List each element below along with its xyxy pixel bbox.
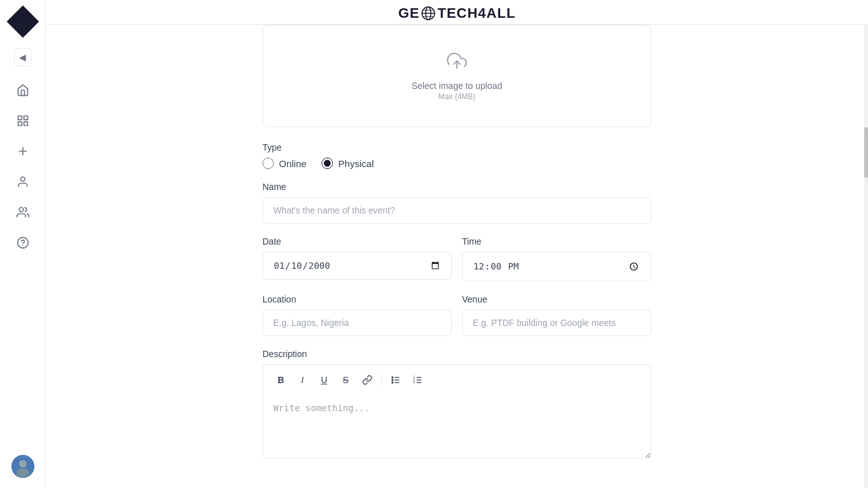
- description-label: Description: [262, 349, 651, 359]
- svg-point-23: [392, 379, 393, 381]
- location-venue-row: Location Venue: [262, 294, 651, 336]
- name-section: Name: [262, 182, 651, 224]
- radio-option-online[interactable]: Online: [262, 158, 306, 169]
- toolbar-divider: [381, 374, 382, 386]
- sidebar-nav: [9, 76, 37, 450]
- sidebar-item-profile[interactable]: [9, 168, 37, 196]
- type-radio-group: Online Physical: [262, 158, 651, 169]
- svg-point-7: [19, 208, 24, 212]
- svg-rect-3: [18, 122, 22, 126]
- image-upload-area[interactable]: Select image to upload Max (4MB): [262, 25, 651, 127]
- brand-name-end: TECH4ALL: [437, 5, 515, 22]
- bold-button[interactable]: B: [271, 370, 291, 390]
- strikethrough-button[interactable]: S: [336, 370, 356, 390]
- type-label: Type: [262, 142, 651, 152]
- svg-rect-0: [18, 116, 22, 120]
- avatar[interactable]: [11, 455, 34, 478]
- name-label: Name: [262, 182, 651, 192]
- brand-logo: GE TECH4ALL: [398, 5, 516, 22]
- radio-physical[interactable]: [322, 158, 333, 169]
- description-section: Description B I U S: [262, 349, 651, 461]
- main-content: GE TECH4ALL Select image to upload: [46, 0, 868, 488]
- event-form: Select image to upload Max (4MB) Type On…: [247, 25, 667, 488]
- time-col: Time: [462, 236, 651, 281]
- radio-online-label: Online: [279, 158, 306, 169]
- bullet-list-button[interactable]: [386, 370, 406, 390]
- collapse-button[interactable]: ◀: [14, 48, 32, 66]
- radio-physical-label: Physical: [338, 158, 374, 169]
- numbered-list-button[interactable]: 1 2 3: [407, 370, 428, 390]
- location-col: Location: [262, 294, 452, 336]
- date-time-row: Date Time: [262, 236, 651, 281]
- sidebar-item-help[interactable]: [9, 229, 37, 257]
- time-input[interactable]: [462, 252, 651, 281]
- name-input[interactable]: [262, 197, 651, 224]
- upload-icon: [447, 51, 467, 76]
- venue-input[interactable]: [462, 309, 651, 336]
- venue-label: Venue: [462, 294, 651, 304]
- globe-icon: [421, 6, 436, 21]
- link-button[interactable]: [357, 370, 377, 390]
- svg-point-12: [17, 468, 29, 477]
- sidebar: ◀: [0, 0, 46, 488]
- underline-button[interactable]: U: [314, 370, 334, 390]
- sidebar-item-team[interactable]: [9, 198, 37, 226]
- svg-text:3: 3: [413, 380, 415, 383]
- venue-col: Venue: [462, 294, 651, 336]
- location-label: Location: [262, 294, 452, 304]
- sidebar-item-dashboard[interactable]: [9, 107, 37, 135]
- type-section: Type Online Physical: [262, 142, 651, 169]
- time-label: Time: [462, 236, 651, 247]
- svg-rect-2: [24, 122, 27, 126]
- radio-online[interactable]: [262, 158, 274, 169]
- date-input[interactable]: [262, 252, 452, 280]
- brand-name-start: GE: [398, 5, 420, 22]
- top-header: GE TECH4ALL: [46, 0, 868, 25]
- radio-option-physical[interactable]: Physical: [322, 158, 374, 169]
- svg-point-6: [20, 177, 25, 182]
- sidebar-item-create[interactable]: [9, 137, 37, 165]
- app-logo: [6, 6, 39, 38]
- svg-point-22: [392, 377, 393, 378]
- svg-point-11: [19, 460, 27, 468]
- sidebar-item-home[interactable]: [9, 76, 37, 104]
- date-label: Date: [262, 236, 452, 247]
- svg-rect-1: [24, 116, 27, 120]
- scrollbar[interactable]: [864, 0, 868, 488]
- upload-subtext: Max (4MB): [438, 92, 476, 101]
- svg-point-24: [392, 382, 393, 383]
- italic-button[interactable]: I: [292, 370, 313, 390]
- description-toolbar: B I U S: [262, 364, 651, 395]
- upload-text: Select image to upload: [412, 81, 502, 91]
- date-col: Date: [262, 236, 452, 281]
- scroll-thumb[interactable]: [864, 127, 868, 178]
- description-textarea[interactable]: [262, 395, 651, 459]
- location-input[interactable]: [262, 309, 452, 336]
